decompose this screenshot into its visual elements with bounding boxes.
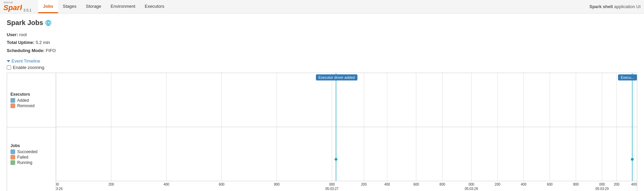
executors-added-legend: Added bbox=[10, 98, 52, 103]
executors-removed-legend: Removed bbox=[10, 103, 52, 108]
svg-text:200: 200 bbox=[495, 183, 501, 186]
spark-logo: APACHE Spark bbox=[3, 0, 22, 13]
svg-text:000: 000 bbox=[56, 183, 59, 186]
timeline-svg bbox=[56, 73, 637, 181]
svg-text:400: 400 bbox=[164, 183, 169, 186]
svg-text:05:03:29: 05:03:29 bbox=[595, 187, 609, 191]
svg-text:000: 000 bbox=[468, 183, 474, 186]
uptime-info: Total Uptime: 5.2 min bbox=[7, 39, 637, 46]
xaxis-area: 000 05:03:26 200 400 600 800 000 05:03:2… bbox=[56, 181, 637, 191]
xaxis-row: 000 05:03:26 200 400 600 800 000 05:03:2… bbox=[7, 181, 637, 191]
jobs-succeeded-color bbox=[10, 149, 15, 154]
tab-executors-link[interactable]: Executors bbox=[140, 0, 169, 13]
executors-removed-color bbox=[10, 103, 15, 108]
zoom-checkbox-input[interactable] bbox=[7, 65, 11, 70]
executors-legend-section: Executors Added Removed bbox=[7, 73, 56, 127]
svg-text:200: 200 bbox=[108, 183, 114, 186]
zoom-checkbox-row: Enable zooming bbox=[7, 65, 637, 70]
app-info: Spark shell application UI bbox=[589, 4, 641, 9]
timeline-container: Executors Added Removed Jobs bbox=[7, 73, 637, 191]
svg-point-24 bbox=[631, 158, 634, 161]
svg-point-22 bbox=[335, 158, 338, 161]
timeline-left-panel: Executors Added Removed Jobs bbox=[7, 73, 56, 181]
timeline-chart-area: Executor driver added Execu... bbox=[56, 73, 637, 181]
navbar: APACHE Spark 3.5.1 Jobs Stages Storage E… bbox=[0, 0, 644, 14]
svg-text:800: 800 bbox=[274, 183, 280, 186]
svg-text:Spark: Spark bbox=[3, 3, 22, 12]
tab-environment[interactable]: Environment bbox=[106, 0, 140, 13]
svg-text:000: 000 bbox=[329, 183, 335, 186]
svg-text:05:03:26: 05:03:26 bbox=[56, 187, 63, 191]
tab-jobs[interactable]: Jobs bbox=[38, 0, 58, 13]
version-label: 3.5.1 bbox=[23, 8, 31, 13]
svg-text:800: 800 bbox=[439, 183, 445, 186]
tab-executors[interactable]: Executors bbox=[140, 0, 169, 13]
help-badge[interactable]: (?) bbox=[45, 20, 51, 26]
jobs-failed-legend: Failed bbox=[10, 155, 52, 160]
brand-logo: APACHE Spark 3.5.1 bbox=[3, 0, 31, 13]
jobs-succeeded-legend: Succeeded bbox=[10, 149, 52, 154]
info-block: User: root Total Uptime: 5.2 min Schedul… bbox=[7, 31, 637, 54]
svg-text:200: 200 bbox=[361, 183, 367, 186]
tab-stages[interactable]: Stages bbox=[58, 0, 81, 13]
jobs-legend-items: Succeeded Failed Running bbox=[10, 149, 52, 165]
page-title: Spark Jobs (?) bbox=[7, 19, 637, 27]
svg-text:600: 600 bbox=[413, 183, 419, 186]
jobs-legend-section: Jobs Succeeded Failed Running bbox=[7, 127, 56, 182]
svg-text:05:03:28: 05:03:28 bbox=[465, 187, 478, 191]
executors-legend-items: Added Removed bbox=[10, 98, 52, 108]
nav-tabs: Jobs Stages Storage Environment Executor… bbox=[38, 0, 169, 13]
tab-jobs-link[interactable]: Jobs bbox=[38, 0, 58, 13]
tab-environment-link[interactable]: Environment bbox=[106, 0, 140, 13]
svg-text:000: 000 bbox=[599, 183, 605, 186]
executors-added-color bbox=[10, 98, 15, 103]
arrow-down-icon bbox=[7, 60, 10, 62]
tab-storage[interactable]: Storage bbox=[81, 0, 106, 13]
jobs-failed-color bbox=[10, 155, 15, 160]
svg-text:200: 200 bbox=[614, 183, 619, 186]
svg-text:05:03:27: 05:03:27 bbox=[325, 187, 339, 191]
xaxis-spacer bbox=[7, 181, 56, 191]
jobs-running-legend: Running bbox=[10, 160, 52, 165]
user-info: User: root bbox=[7, 31, 637, 39]
svg-text:400: 400 bbox=[631, 183, 637, 186]
svg-text:400: 400 bbox=[521, 183, 527, 186]
svg-text:800: 800 bbox=[573, 183, 579, 186]
svg-text:600: 600 bbox=[547, 183, 553, 186]
event-timeline-toggle[interactable]: Event Timeline bbox=[7, 58, 637, 64]
scheduling-info: Scheduling Mode: FIFO bbox=[7, 47, 637, 54]
svg-text:400: 400 bbox=[384, 183, 390, 186]
tab-storage-link[interactable]: Storage bbox=[81, 0, 106, 13]
main-content: Spark Jobs (?) User: root Total Uptime: … bbox=[0, 14, 644, 191]
tab-stages-link[interactable]: Stages bbox=[58, 0, 81, 13]
svg-text:600: 600 bbox=[219, 183, 224, 186]
zoom-checkbox-label[interactable]: Enable zooming bbox=[13, 65, 44, 70]
jobs-running-color bbox=[10, 160, 15, 165]
xaxis-svg: 000 05:03:26 200 400 600 800 000 05:03:2… bbox=[56, 181, 637, 191]
